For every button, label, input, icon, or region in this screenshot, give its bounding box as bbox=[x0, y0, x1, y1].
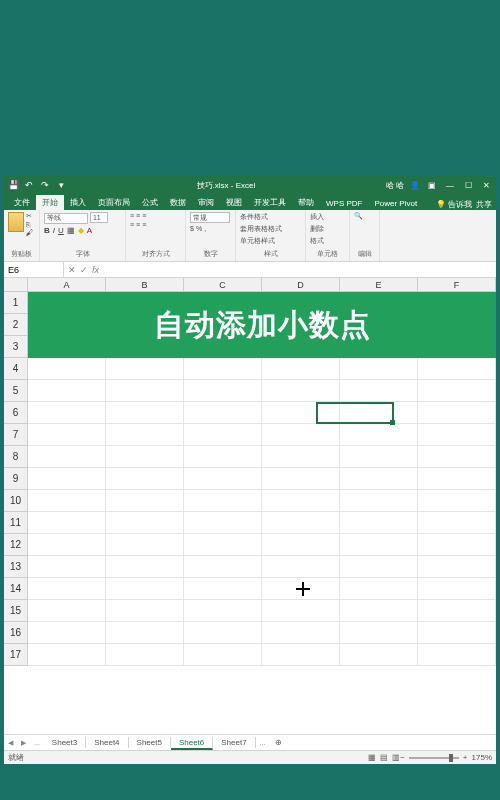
row-header[interactable]: 17 bbox=[4, 644, 27, 666]
tab-data[interactable]: 数据 bbox=[164, 195, 192, 210]
cell[interactable] bbox=[106, 424, 184, 446]
cell[interactable] bbox=[28, 556, 106, 578]
column-header[interactable]: C bbox=[184, 278, 262, 291]
cell[interactable] bbox=[106, 556, 184, 578]
sheet-tab[interactable]: Sheet7 bbox=[213, 737, 255, 748]
formula-input[interactable] bbox=[103, 262, 496, 277]
column-header[interactable]: A bbox=[28, 278, 106, 291]
account-name[interactable]: 哈 哈 bbox=[386, 180, 404, 191]
column-header[interactable]: D bbox=[262, 278, 340, 291]
enter-icon[interactable]: ✓ bbox=[80, 265, 88, 275]
cell[interactable] bbox=[184, 490, 262, 512]
cell[interactable] bbox=[418, 644, 496, 666]
align-top-icon[interactable]: ≡ bbox=[130, 212, 134, 219]
fx-icon[interactable]: fx bbox=[92, 265, 99, 275]
cell[interactable] bbox=[28, 622, 106, 644]
copy-icon[interactable]: ⎘ bbox=[26, 221, 33, 228]
underline-button[interactable]: U bbox=[58, 226, 64, 235]
align-center-icon[interactable]: ≡ bbox=[136, 221, 140, 228]
cell[interactable] bbox=[340, 468, 418, 490]
row-header[interactable]: 8 bbox=[4, 446, 27, 468]
maximize-icon[interactable]: ☐ bbox=[462, 181, 474, 190]
tab-page-layout[interactable]: 页面布局 bbox=[92, 195, 136, 210]
cell[interactable] bbox=[28, 534, 106, 556]
sheet-nav-prev-icon[interactable]: ◀ bbox=[4, 739, 17, 747]
cell[interactable] bbox=[262, 490, 340, 512]
sheet-tab[interactable]: Sheet4 bbox=[86, 737, 128, 748]
format-painter-icon[interactable]: 🖌 bbox=[26, 229, 33, 236]
cell[interactable] bbox=[262, 358, 340, 380]
cancel-icon[interactable]: ✕ bbox=[68, 265, 76, 275]
cell[interactable] bbox=[28, 490, 106, 512]
delete-cells-button[interactable]: 删除 bbox=[310, 224, 324, 234]
cell[interactable] bbox=[262, 468, 340, 490]
cell[interactable] bbox=[340, 490, 418, 512]
cell[interactable] bbox=[106, 358, 184, 380]
cell[interactable] bbox=[340, 424, 418, 446]
row-header[interactable]: 5 bbox=[4, 380, 27, 402]
font-color-icon[interactable]: A bbox=[87, 226, 92, 235]
cell[interactable] bbox=[418, 468, 496, 490]
cell[interactable] bbox=[184, 402, 262, 424]
sheet-tab[interactable]: Sheet6 bbox=[171, 737, 213, 750]
cell[interactable] bbox=[340, 644, 418, 666]
cell[interactable] bbox=[106, 534, 184, 556]
name-box[interactable]: E6 bbox=[4, 262, 64, 277]
share-button[interactable]: 共享 bbox=[476, 199, 492, 210]
cell[interactable] bbox=[184, 358, 262, 380]
cell[interactable] bbox=[262, 600, 340, 622]
column-header[interactable]: B bbox=[106, 278, 184, 291]
view-break-icon[interactable]: ▥ bbox=[392, 753, 400, 762]
cell[interactable] bbox=[28, 600, 106, 622]
cell[interactable] bbox=[184, 556, 262, 578]
sheet-tab[interactable]: Sheet3 bbox=[44, 737, 86, 748]
fill-color-icon[interactable]: ◆ bbox=[78, 226, 84, 235]
cell[interactable] bbox=[106, 512, 184, 534]
cell[interactable] bbox=[28, 644, 106, 666]
number-format-select[interactable]: 常规 bbox=[190, 212, 230, 223]
cell[interactable] bbox=[184, 534, 262, 556]
cell[interactable] bbox=[106, 402, 184, 424]
cell[interactable] bbox=[106, 578, 184, 600]
row-header[interactable]: 16 bbox=[4, 622, 27, 644]
cell[interactable] bbox=[184, 578, 262, 600]
worksheet-grid[interactable]: ABCDEF 1234567891011121314151617 自动添加小数点 bbox=[4, 278, 496, 734]
cell[interactable] bbox=[28, 468, 106, 490]
tab-developer[interactable]: 开发工具 bbox=[248, 195, 292, 210]
tab-view[interactable]: 视图 bbox=[220, 195, 248, 210]
cell[interactable] bbox=[28, 446, 106, 468]
row-header[interactable]: 12 bbox=[4, 534, 27, 556]
view-normal-icon[interactable]: ▦ bbox=[368, 753, 376, 762]
tab-formulas[interactable]: 公式 bbox=[136, 195, 164, 210]
tab-power-pivot[interactable]: Power Pivot bbox=[368, 197, 423, 210]
tab-help[interactable]: 帮助 bbox=[292, 195, 320, 210]
row-header[interactable]: 15 bbox=[4, 600, 27, 622]
format-cells-button[interactable]: 格式 bbox=[310, 236, 324, 246]
cell[interactable] bbox=[418, 380, 496, 402]
sheet-tab[interactable]: Sheet5 bbox=[129, 737, 171, 748]
new-sheet-button[interactable]: ⊕ bbox=[269, 738, 288, 747]
paste-icon[interactable] bbox=[8, 212, 24, 232]
undo-icon[interactable]: ↶ bbox=[24, 180, 34, 190]
cell[interactable] bbox=[340, 556, 418, 578]
cell[interactable] bbox=[418, 402, 496, 424]
cell[interactable] bbox=[184, 380, 262, 402]
row-header[interactable]: 10 bbox=[4, 490, 27, 512]
insert-cells-button[interactable]: 插入 bbox=[310, 212, 324, 222]
find-icon[interactable]: 🔍 bbox=[354, 212, 363, 220]
column-header[interactable]: E bbox=[340, 278, 418, 291]
cell[interactable] bbox=[262, 644, 340, 666]
cell[interactable] bbox=[28, 512, 106, 534]
cell[interactable] bbox=[106, 600, 184, 622]
cell[interactable] bbox=[418, 490, 496, 512]
qat-dropdown-icon[interactable]: ▾ bbox=[56, 180, 66, 190]
percent-icon[interactable]: % bbox=[196, 225, 202, 232]
cell[interactable] bbox=[418, 358, 496, 380]
bold-button[interactable]: B bbox=[44, 226, 50, 235]
tell-me[interactable]: 💡 告诉我 bbox=[436, 199, 472, 210]
cell[interactable] bbox=[28, 402, 106, 424]
cell[interactable] bbox=[418, 556, 496, 578]
cell[interactable] bbox=[340, 358, 418, 380]
cell[interactable] bbox=[340, 446, 418, 468]
cell[interactable] bbox=[262, 446, 340, 468]
